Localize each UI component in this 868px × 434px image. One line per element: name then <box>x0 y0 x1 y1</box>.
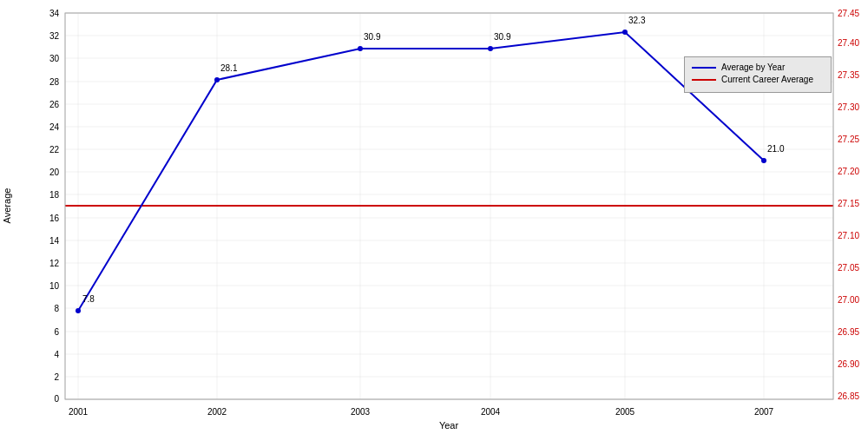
y-axis-label: 18 <box>49 190 60 200</box>
legend-label-career-average: Current Career Average <box>721 75 813 84</box>
legend-line-red <box>692 79 716 81</box>
y-axis-right-label: 27.45 <box>838 9 859 18</box>
data-point <box>488 46 493 51</box>
y-axis-label: 10 <box>49 281 60 291</box>
y-axis-right-label: 27.15 <box>838 199 859 208</box>
y-axis-label: 24 <box>49 122 60 132</box>
y-axis-right-label: 26.85 <box>838 391 859 401</box>
y-axis-label: 32 <box>49 31 60 41</box>
y-axis-right-label: 27.35 <box>838 70 859 80</box>
data-point <box>76 308 81 313</box>
legend-box: Average by Year Current Career Average <box>684 56 832 93</box>
y-axis-label: 2 <box>54 372 59 382</box>
data-point <box>622 30 628 35</box>
data-point <box>761 158 766 163</box>
y-axis-label: 30 <box>49 54 60 63</box>
y-axis-label: 6 <box>54 327 59 337</box>
x-axis-label: 2007 <box>754 407 774 417</box>
x-axis-label: 2001 <box>69 407 89 417</box>
data-label-2004: 30.9 <box>494 32 511 42</box>
data-label-2001: 7.8 <box>82 294 95 304</box>
y-axis-label: 0 <box>54 394 59 404</box>
y-axis-label: 4 <box>54 350 59 359</box>
chart-container: 34 32 30 28 26 24 22 20 18 16 14 12 10 8… <box>0 0 868 434</box>
y-axis-label: 8 <box>54 304 59 313</box>
x-axis-label: 2002 <box>207 407 227 417</box>
y-axis-right-label: 27.25 <box>838 135 859 144</box>
y-axis-label: 28 <box>49 77 60 87</box>
y-axis-right-label: 27.00 <box>838 295 859 305</box>
y-axis-right-label: 26.90 <box>838 359 859 369</box>
x-axis-title: Year <box>439 420 459 431</box>
y-axis-label: 14 <box>49 236 60 246</box>
y-axis-right-label: 27.10 <box>838 231 859 240</box>
data-point <box>214 77 220 82</box>
x-axis-label: 2005 <box>615 407 635 417</box>
x-axis-label: 2004 <box>481 407 501 417</box>
legend-item-career-average: Current Career Average <box>692 75 824 84</box>
y-axis-right-label: 27.30 <box>838 102 859 112</box>
x-axis-label: 2003 <box>351 407 371 417</box>
y-axis-right-label: 27.05 <box>838 263 859 273</box>
data-point <box>358 46 363 51</box>
y-axis-label: 22 <box>49 145 60 155</box>
legend-item-average-by-year: Average by Year <box>692 62 824 72</box>
y-axis-right-label: 27.20 <box>838 167 859 176</box>
legend-label-average-by-year: Average by Year <box>721 62 785 72</box>
data-label-2005: 32.3 <box>628 16 646 25</box>
y-axis-right-label: 26.95 <box>838 327 859 337</box>
legend-line-blue <box>692 67 716 69</box>
y-axis-right-label: 27.40 <box>838 38 859 48</box>
y-axis-label: 20 <box>49 168 60 177</box>
y-axis-label: 16 <box>49 214 60 223</box>
data-label-2003: 30.9 <box>364 32 381 42</box>
data-label-2007: 21.0 <box>767 144 785 154</box>
y-axis-label: 34 <box>49 9 60 18</box>
data-label-2002: 28.1 <box>220 63 238 73</box>
y-axis-label: 12 <box>49 259 60 268</box>
y-axis-title: Average <box>2 188 12 224</box>
y-axis-label: 26 <box>49 100 60 109</box>
